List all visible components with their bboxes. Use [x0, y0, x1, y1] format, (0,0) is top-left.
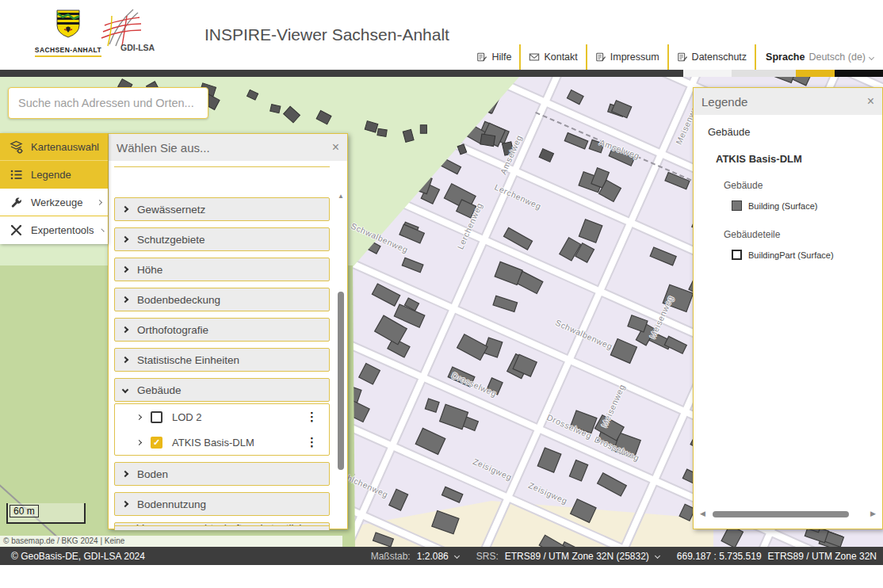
layer-category-list: Gewässernetz Schutzgebiete Höhe Bodenbed…: [109, 161, 347, 530]
chevron-right-icon: [122, 296, 128, 303]
sublayer-atkis-basis-dlm[interactable]: ✓ ATKIS Basis-DLM ⋮: [115, 430, 329, 455]
chevron-down-icon: [122, 387, 128, 393]
status-bar-right: Maßstab: 1:2.086 SRS: ETRS89 / UTM Zone …: [371, 551, 877, 562]
chevron-right-icon: [101, 228, 104, 231]
layer-category-statistische-einheiten[interactable]: Statistische Einheiten: [114, 348, 330, 372]
sidebar-item-legende[interactable]: Legende: [0, 161, 108, 189]
cursor-coordinates: 669.187 : 5.735.519: [677, 551, 762, 562]
layer-category-bodennutzung[interactable]: Bodennutzung: [114, 492, 330, 516]
layer-category-boden[interactable]: Boden: [114, 462, 330, 486]
building-swatch: [732, 200, 742, 211]
street-label: Meisenweg: [648, 294, 675, 340]
street-label: Amselweg: [498, 133, 524, 176]
scale-value: 1:2.086: [417, 551, 449, 562]
kebab-menu-icon[interactable]: ⋮: [306, 435, 318, 449]
street-label: Lerchenweg: [493, 182, 543, 212]
strip-segment-dark: [0, 70, 683, 77]
chevron-right-icon: [122, 326, 128, 333]
map-attribution: © basemap.de / BKG 2024 | Keine: [0, 536, 342, 547]
sublayer-label: ATKIS Basis-DLM: [172, 437, 254, 449]
sidebar-item-label: Werkzeuge: [31, 197, 83, 208]
layer-category-partial: [114, 525, 330, 530]
street-label: Amselweg: [598, 137, 641, 160]
app-window: LerchenwegAmselwegAmselwegLerchenwegLerc…: [0, 0, 883, 588]
sidebar-item-expertentools[interactable]: Expertentools: [0, 216, 108, 244]
nav-datenschutz-label: Datenschutz: [692, 52, 747, 63]
chevron-down-icon: [454, 553, 460, 559]
category-label: Gebäude: [137, 384, 182, 396]
street-label: Meisenweg: [599, 383, 627, 429]
chevron-right-icon: [136, 439, 142, 445]
legend-entry-buildingpart: BuildingPart (Surface): [732, 250, 834, 260]
layer-category-orthofotografie[interactable]: Orthofotografie: [114, 318, 330, 342]
nav-datenschutz[interactable]: Datenschutz: [667, 44, 755, 70]
street-label: Schwalbenweg: [554, 318, 614, 352]
layer-panel-title: Wählen Sie aus...: [117, 141, 210, 155]
chevron-right-icon: [122, 206, 128, 212]
map-scale-bar: 60 m: [6, 503, 86, 524]
atkis-checkbox[interactable]: ✓: [151, 437, 162, 449]
language-selector[interactable]: Sprache Deutsch (de): [755, 44, 880, 70]
coordinates-srs: ETRS89 / UTM Zone 32N: [768, 551, 877, 562]
check-icon: ✓: [153, 437, 160, 448]
lod2-checkbox[interactable]: [151, 411, 162, 423]
mail-icon: [529, 52, 540, 63]
category-label: Höhe: [137, 264, 162, 276]
vertical-scrollbar[interactable]: ▲ ▼: [336, 193, 346, 530]
legend-entry-label: BuildingPart (Surface): [748, 250, 834, 260]
street-label: Schwalbenweg: [350, 221, 410, 255]
help-document-icon: [476, 52, 487, 63]
scale-label: Maßstab:: [371, 551, 411, 562]
category-label: Bodenbedeckung: [137, 294, 220, 306]
close-icon[interactable]: ×: [867, 95, 874, 108]
scroll-up-icon[interactable]: ▲: [336, 193, 346, 200]
layer-panel-header: Wählen Sie aus... ×: [109, 134, 347, 161]
strip-segment-yellow: [796, 70, 835, 77]
sublayer-label: LOD 2: [172, 411, 202, 423]
layer-category-schutzgebiete[interactable]: Schutzgebiete: [114, 227, 330, 251]
gdi-grid-icon: [97, 8, 147, 48]
scrollbar-thumb[interactable]: [713, 511, 849, 517]
layer-category-bodenbedeckung[interactable]: Bodenbedeckung: [114, 288, 330, 311]
sidebar-item-werkzeuge[interactable]: Werkzeuge: [0, 189, 108, 216]
gdi-lsa-logo[interactable]: GDI-LSA: [97, 8, 170, 60]
legend-section-title: Gebäude: [708, 126, 751, 138]
chevron-right-icon: [122, 357, 128, 363]
kebab-menu-icon[interactable]: ⋮: [306, 410, 318, 424]
srs-select[interactable]: ETRS89 / UTM Zone 32N (25832): [505, 551, 659, 562]
scrollbar-thumb[interactable]: [338, 292, 344, 470]
sidebar-item-kartenauswahl[interactable]: Kartenauswahl: [0, 133, 108, 161]
brand-strip: [0, 70, 883, 77]
scale-select[interactable]: 1:2.086: [417, 551, 459, 562]
nav-hilfe-label: Hilfe: [491, 52, 511, 63]
top-nav: Hilfe Kontakt Impressum: [468, 44, 880, 70]
nav-hilfe[interactable]: Hilfe: [468, 44, 519, 70]
chevron-right-icon: [122, 471, 128, 477]
imprint-document-icon: [595, 52, 606, 63]
horizontal-scrollbar[interactable]: ◀ ▶: [694, 510, 882, 519]
legend-panel-header: Legende ×: [694, 88, 882, 115]
search-input[interactable]: [9, 88, 208, 118]
chevron-right-icon: [122, 501, 128, 507]
category-label: Statistische Einheiten: [137, 354, 239, 366]
nav-impressum[interactable]: Impressum: [586, 44, 667, 70]
street-label: Zeisigweg: [527, 480, 569, 506]
legend-group-title: Gebäudeteile: [724, 229, 780, 240]
legend-group-title: Gebäude: [724, 180, 763, 191]
chevron-down-icon: [655, 553, 660, 559]
crossed-tools-icon: [10, 223, 23, 237]
layer-category-gebaeude[interactable]: Gebäude: [114, 378, 330, 402]
scroll-left-icon[interactable]: ◀: [700, 510, 705, 517]
nav-kontakt[interactable]: Kontakt: [519, 44, 585, 70]
srs-value: ETRS89 / UTM Zone 32N (25832): [505, 551, 649, 562]
scroll-right-icon[interactable]: ▶: [870, 510, 876, 517]
street-label: ehlchenweg: [341, 471, 390, 499]
category-label: Gewässernetz: [137, 204, 205, 216]
wrench-icon: [10, 196, 23, 209]
layer-category-hoehe[interactable]: Höhe: [114, 258, 330, 281]
street-label: Drosselweg: [450, 370, 498, 399]
close-icon[interactable]: ×: [332, 141, 339, 154]
category-label: Schutzgebiete: [137, 234, 205, 246]
layer-category-gewaessernetz[interactable]: Gewässernetz: [114, 197, 330, 221]
sublayer-lod2[interactable]: LOD 2 ⋮: [115, 404, 329, 430]
